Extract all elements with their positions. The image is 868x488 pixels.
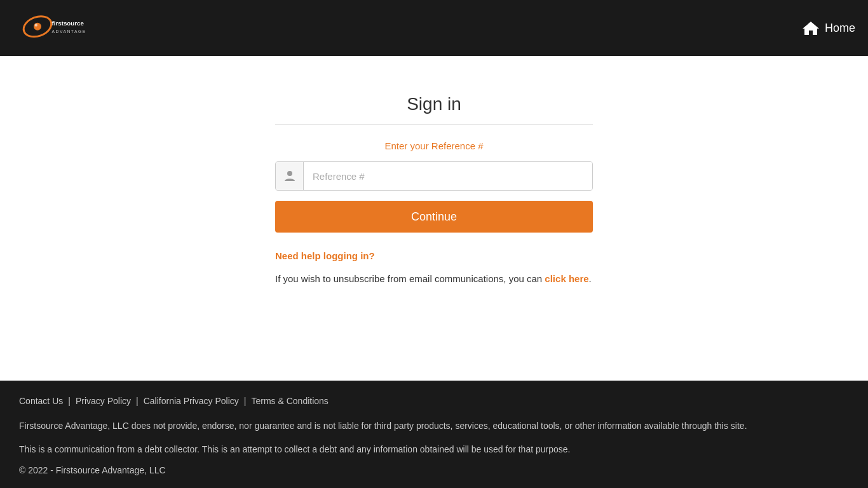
reference-input[interactable] xyxy=(304,162,592,190)
page-title: Sign in xyxy=(275,94,593,114)
user-icon xyxy=(276,162,304,190)
svg-text:ADVANTAGE: ADVANTAGE xyxy=(52,29,86,34)
svg-point-2 xyxy=(35,24,38,27)
logo: firstsource ADVANTAGE xyxy=(13,9,89,47)
person-icon xyxy=(283,170,296,182)
sep-3: | xyxy=(244,396,247,406)
home-icon xyxy=(802,20,820,36)
unsubscribe-text-after: . xyxy=(589,273,592,284)
main-content: Sign in Enter your Reference # Continue … xyxy=(0,56,868,381)
unsubscribe-text: If you wish to unsubscribe from email co… xyxy=(275,271,593,287)
sep-2: | xyxy=(136,396,139,406)
reference-input-group xyxy=(275,161,593,191)
svg-marker-5 xyxy=(803,22,819,35)
contact-us-link[interactable]: Contact Us xyxy=(19,396,63,406)
logo-image: firstsource ADVANTAGE xyxy=(13,9,89,47)
footer-links: Contact Us | Privacy Policy | California… xyxy=(19,396,849,406)
privacy-policy-link[interactable]: Privacy Policy xyxy=(76,396,131,406)
svg-text:firstsource: firstsource xyxy=(52,20,85,27)
enter-ref-label: Enter your Reference # xyxy=(275,140,593,151)
footer-copyright: © 2022 - Firstsource Advantage, LLC xyxy=(19,465,849,475)
svg-point-1 xyxy=(34,23,41,30)
sep-1: | xyxy=(68,396,71,406)
site-footer: Contact Us | Privacy Policy | California… xyxy=(0,381,868,488)
help-login-link[interactable]: Need help logging in? xyxy=(275,250,593,261)
home-label: Home xyxy=(825,22,855,35)
ca-privacy-policy-link[interactable]: California Privacy Policy xyxy=(144,396,239,406)
continue-button[interactable]: Continue xyxy=(275,201,593,233)
home-link[interactable]: Home xyxy=(802,20,855,36)
click-here-link[interactable]: click here xyxy=(545,273,588,284)
sign-in-form: Sign in Enter your Reference # Continue … xyxy=(275,94,593,287)
footer-disclaimer-1: Firstsource Advantage, LLC does not prov… xyxy=(19,419,849,433)
title-divider xyxy=(275,125,593,125)
svg-point-6 xyxy=(287,171,292,176)
unsubscribe-text-before: If you wish to unsubscribe from email co… xyxy=(275,273,545,284)
terms-link[interactable]: Terms & Conditions xyxy=(251,396,328,406)
footer-disclaimer-2: This is a communication from a debt coll… xyxy=(19,442,849,456)
site-header: firstsource ADVANTAGE Home xyxy=(0,0,868,56)
